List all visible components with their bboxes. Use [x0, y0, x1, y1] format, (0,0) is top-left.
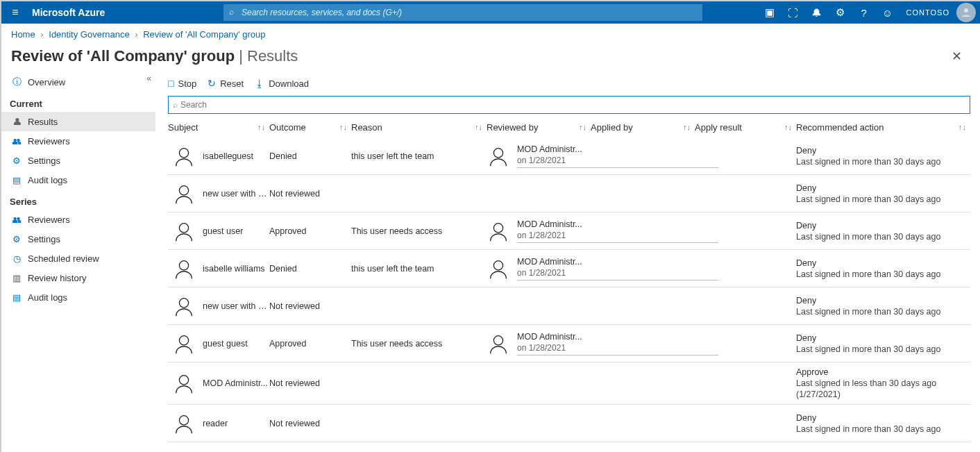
topbar-actions: ▣ ⛶ 🔔︎ ⚙ ? ☺ CONTOSO — [758, 1, 980, 24]
account-avatar[interactable] — [956, 3, 976, 22]
breadcrumb-identity-governance[interactable]: Identity Governance — [49, 29, 129, 40]
col-reviewedby[interactable]: Reviewed by↑↓ — [487, 122, 591, 133]
sidebar-item-settings[interactable]: ⚙Settings — [1, 229, 155, 249]
breadcrumb-review[interactable]: Review of 'All Company' group — [143, 29, 265, 40]
sidebar-item-results[interactable]: 👤︎Results — [1, 112, 155, 131]
sidebar-item-label: Audit logs — [28, 292, 67, 303]
stop-button[interactable]: □Stop — [168, 78, 196, 89]
table-row[interactable]: isabelle williamsDeniedthis user left th… — [168, 250, 970, 287]
cloud-shell-icon[interactable]: ▣ — [758, 1, 782, 24]
doc-icon: ▤ — [11, 292, 22, 303]
review-date: on 1/28/2021 — [517, 230, 718, 241]
subject-name: guest user — [203, 226, 243, 236]
outcome-cell: Denied — [269, 151, 351, 161]
doc-icon: ▤ — [11, 175, 22, 185]
svg-point-8 — [179, 298, 188, 307]
outcome-cell: Not reviewed — [269, 378, 351, 388]
sort-icon[interactable]: ↑↓ — [339, 123, 347, 131]
main-panel: □Stop ↻Reset ⭳Download ⌕ Subject↑↓ Outco… — [155, 71, 980, 452]
review-date: on 1/28/2021 — [517, 267, 718, 278]
sort-icon[interactable]: ↑↓ — [683, 123, 691, 131]
svg-point-5 — [493, 223, 502, 232]
table-row[interactable]: new user with m...Not reviewedDenyLast s… — [168, 287, 970, 325]
person-icon — [172, 257, 196, 281]
reviewer-name: MOD Administr... — [517, 219, 718, 230]
col-reason[interactable]: Reason↑↓ — [351, 122, 487, 133]
info-icon: ⓘ — [11, 76, 22, 88]
sort-icon[interactable]: ↑↓ — [958, 123, 966, 131]
sidebar-item-label: Scheduled review — [28, 253, 99, 264]
table-row[interactable]: guest userApprovedThis user needs access… — [168, 212, 970, 250]
col-appliedby-label: Applied by — [591, 122, 633, 133]
sidebar-item-reviewers[interactable]: 👥︎Reviewers — [1, 210, 155, 229]
subject-name: reader — [203, 419, 228, 428]
sidebar-item-label: Settings — [28, 234, 60, 244]
clock-icon: ◷ — [11, 253, 22, 264]
subject-name: MOD Administr... — [203, 378, 268, 388]
subject-name: isabelleguest — [203, 151, 253, 161]
grid-rows: isabelleguestDeniedthis user left the te… — [168, 137, 970, 442]
sidebar-item-label: Audit logs — [28, 175, 67, 185]
sort-icon[interactable]: ↑↓ — [579, 123, 586, 131]
results-search-input[interactable] — [180, 100, 965, 110]
col-subject-label: Subject — [168, 122, 198, 133]
sidebar-item-settings[interactable]: ⚙Settings — [1, 151, 155, 170]
table-row[interactable]: isabelleguestDeniedthis user left the te… — [168, 137, 970, 175]
subject-name: guest guest — [203, 339, 248, 349]
table-row[interactable]: new user with m...Not reviewedDenyLast s… — [168, 175, 970, 212]
table-row[interactable]: readerNot reviewedDenyLast signed in mor… — [168, 405, 970, 442]
col-outcome[interactable]: Outcome↑↓ — [269, 122, 351, 133]
table-row[interactable]: guest guestApprovedThis user needs acces… — [168, 325, 970, 362]
reviewedby-cell: MOD Administr...on 1/28/2021 — [487, 144, 591, 168]
help-icon[interactable]: ? — [852, 1, 876, 24]
review-date: on 1/28/2021 — [517, 155, 718, 166]
col-applyresult[interactable]: Apply result↑↓ — [695, 122, 796, 133]
sidebar-section-header: Series — [1, 190, 155, 210]
sort-icon[interactable]: ↑↓ — [784, 123, 792, 131]
search-icon: ⌕ — [173, 100, 178, 110]
svg-point-10 — [493, 335, 502, 344]
sidebar-item-scheduled-review[interactable]: ◷Scheduled review — [1, 249, 155, 268]
sidebar-item-label: Reviewers — [28, 215, 70, 225]
download-icon: ⭳ — [255, 78, 264, 89]
top-bar: ≡ Microsoft Azure ⌕ ▣ ⛶ 🔔︎ ⚙ ? ☺ CONTOSO — [1, 1, 980, 24]
notifications-icon[interactable]: 🔔︎ — [805, 1, 829, 24]
hamburger-icon[interactable]: ≡ — [1, 6, 29, 19]
recaction-cell: DenyLast signed in more than 30 days ago — [796, 183, 970, 205]
reviewer-name: MOD Administr... — [517, 331, 718, 342]
sort-icon[interactable]: ↑↓ — [475, 123, 482, 131]
brand-label[interactable]: Microsoft Azure — [29, 7, 154, 18]
person-icon — [487, 144, 510, 168]
gear-icon: ⚙ — [11, 156, 22, 166]
close-icon[interactable]: ✕ — [952, 49, 970, 64]
outcome-cell: Not reviewed — [269, 301, 351, 311]
sort-icon[interactable]: ↑↓ — [257, 123, 265, 131]
reason-cell: this user left the team — [351, 264, 487, 274]
subject-name: new user with m... — [203, 301, 269, 311]
sidebar-item-audit-logs[interactable]: ▤Audit logs — [1, 170, 155, 190]
subject-name: isabelle williams — [203, 264, 265, 274]
sidebar-item-reviewers[interactable]: 👥︎Reviewers — [1, 131, 155, 151]
global-search-input[interactable] — [223, 4, 702, 21]
person-icon — [487, 257, 510, 281]
svg-point-3 — [179, 185, 188, 194]
col-recaction[interactable]: Recommended action↑↓ — [796, 122, 970, 133]
person-icon — [172, 332, 196, 355]
recaction-cell: DenyLast signed in more than 30 days ago — [796, 258, 970, 280]
feedback-icon[interactable]: ☺ — [876, 1, 899, 24]
col-subject[interactable]: Subject↑↓ — [168, 122, 269, 133]
collapse-icon[interactable]: « — [146, 74, 151, 83]
breadcrumb-home[interactable]: Home — [11, 29, 35, 40]
chevron-right-icon: › — [135, 29, 137, 40]
download-button[interactable]: ⭳Download — [255, 78, 309, 89]
sidebar-item-audit-logs[interactable]: ▤Audit logs — [1, 287, 155, 307]
col-applyresult-label: Apply result — [695, 122, 742, 133]
sidebar-item-review-history[interactable]: ▥Review history — [1, 268, 155, 287]
settings-icon[interactable]: ⚙ — [829, 1, 852, 24]
col-appliedby[interactable]: Applied by↑↓ — [591, 122, 695, 133]
sidebar-item-overview[interactable]: ⓘOverview — [1, 72, 155, 92]
reset-button[interactable]: ↻Reset — [208, 78, 244, 89]
directories-icon[interactable]: ⛶ — [782, 1, 805, 24]
subject-name: new user with m... — [203, 189, 269, 199]
table-row[interactable]: MOD Administr...Not reviewedApproveLast … — [168, 362, 970, 405]
